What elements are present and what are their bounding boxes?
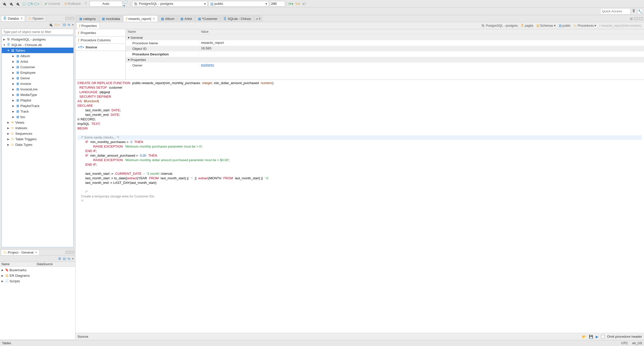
prop-row-procname[interactable]: Procedure Namerewards_report [126,40,644,46]
minimize-button[interactable] [65,17,69,20]
tab-project-general[interactable]: 🗀Project - General✕ [1,250,39,255]
crumb-database[interactable]: 🗄pagila [520,23,534,28]
tree-table[interactable]: ▶▦InvoiceLine [2,86,73,92]
save-icon[interactable]: 💾 [589,335,593,339]
close-icon[interactable]: ✕ [35,251,37,254]
tree-table[interactable]: ▶▦Artist [2,59,73,64]
sql-add-icon[interactable]: ▢+ [34,1,40,7]
new-folder-icon[interactable]: 🗀+ [54,23,60,27]
tree-node-indexes[interactable]: ▶🗀Indexes [2,125,73,131]
omit-header-checkbox[interactable] [601,335,605,338]
status-locale: en_US [632,341,642,345]
nav-source[interactable]: <T>Source [75,44,126,51]
tab-rewards-report[interactable]: frewards_report(✕ [123,15,158,22]
database-tree: ▶🐘PostgreSQL - postgres ▼🗄SQLite - Chino… [2,36,74,247]
editor-link-icon[interactable]: ⊞ [630,17,633,21]
nav-columns[interactable]: fProcedure Columns [75,37,126,44]
tab-database-navigator[interactable]: 🗄Databa✕ [1,16,25,21]
tx-mode-combo[interactable]: Auto [90,1,122,7]
crumb-procedure-name[interactable]: frewards_report(int4,numeric) [598,23,642,28]
perspective-other-icon[interactable]: 🔧 [637,9,642,14]
prop-row-objectid[interactable]: Object ID16,583 [126,46,644,51]
commit-button[interactable]: ✔Commit [43,1,62,6]
tab-artist[interactable]: ▦Artist [178,16,195,22]
tree-conn-sqlite[interactable]: ▼🗄SQLite - Chinook.db [2,42,73,48]
tree-table[interactable]: ▶▦Employee [2,70,73,75]
project-item-scripts[interactable]: ▶📄Scripts [0,278,75,284]
tree-node-tables[interactable]: ▼▤Tables [2,48,73,53]
project-item-bookmarks[interactable]: ▶🔖Bookmarks [0,267,75,273]
plug-add-icon[interactable]: 🔌+ [2,1,7,7]
rollback-button[interactable]: ⟲Rollback [63,1,83,6]
tree-table[interactable]: ▶▦PlaylistTrack [2,103,73,109]
minimize-button[interactable] [65,251,69,254]
tree-node-sequences[interactable]: ▶🗀Sequences [2,131,73,136]
prop-row-owner[interactable]: Ownerpostgres [126,62,644,68]
open-folder-icon[interactable]: 📂 [582,335,586,339]
tab-mockdata[interactable]: ▦mockdata [99,16,123,22]
subtab-properties[interactable]: fProperties [76,22,100,29]
tab-album[interactable]: ▦Album [158,16,177,22]
close-icon[interactable]: ✕ [20,17,23,20]
prop-group-general[interactable]: ▾ General [126,35,644,40]
prop-group-properties[interactable]: ▾ Properties [126,57,644,62]
schema-combo[interactable]: ▥ public▾ [209,1,269,7]
perspective-db-icon[interactable]: 🗄 [631,9,636,14]
crumb-procedures[interactable]: 🗀Procedures ▾ [573,23,597,28]
tx-button[interactable]: T [83,1,88,6]
tree-table[interactable]: ▶▦MediaType [2,92,73,97]
tree-table[interactable]: ▶▦foo [2,114,73,120]
tab-sqlite-chinook[interactable]: 🗄SQLite - Chinoo [221,16,254,22]
tree-node-datatypes[interactable]: ▶🗀Data Types [2,142,73,147]
tab-project[interactable]: 🗀Проект [26,16,46,21]
tree-table[interactable]: ▶▦Genre [2,75,73,81]
tab-category[interactable]: ▦category [76,16,99,22]
project-item-er[interactable]: ▶▧ER Diagrams [0,273,75,278]
sql-recent-icon[interactable]: ▢↻ [28,1,33,7]
quick-access-input[interactable] [600,8,630,14]
new-connection-icon[interactable]: 🔌 [49,23,53,27]
refresh-icon[interactable]: ⟳▾ [288,1,294,7]
crumb-schemas[interactable]: ▥Schemas ▾ [535,23,557,28]
close-icon[interactable]: ✕ [153,17,155,20]
settings-icon[interactable]: ⚙ [58,257,61,261]
tree-table[interactable]: ▶▦Customer [2,64,73,70]
source-editor[interactable]: CREATE OR REPLACE FUNCTION public.reward… [75,80,644,333]
plug-icon[interactable]: 🔌 [8,1,14,7]
tag-icon[interactable]: 🏷 [301,1,307,7]
maximize-button[interactable] [639,17,643,20]
owner-link[interactable]: postgres [201,63,214,67]
compile-icon[interactable]: ▶ [596,335,598,339]
tree-table[interactable]: ▶▦Album [2,53,73,59]
collapse-all-icon[interactable]: ⊟ [63,257,66,261]
view-menu-icon[interactable]: ▾ [72,23,74,27]
sql-new-icon[interactable]: ▢ [21,1,27,7]
tree-node-views[interactable]: ▶👁Views [2,120,73,125]
tree-table[interactable]: ▶▦Invoice [2,81,73,86]
main-toolbar: 🔌+ 🔌 🔌 ▢ ▢↻ ▢+ ✔Commit ⟲Rollback T Auto … [0,0,644,8]
plug-disconnect-icon[interactable]: 🔌 [15,1,20,7]
link-icon[interactable]: ⇆ [67,257,70,261]
collapse-icon[interactable]: ⊟ [63,23,66,27]
tree-table[interactable]: ▶▦Track [2,109,73,114]
tab-customer[interactable]: ▦*Customer [195,16,220,22]
bottom-tab-source[interactable]: Source [77,335,88,338]
tree-conn-postgres[interactable]: ▶🐘PostgreSQL - postgres [2,37,73,42]
minimize-button[interactable] [634,17,638,20]
maximize-button[interactable] [70,251,74,254]
crumb-connection[interactable]: 🐘PostgreSQL - postgres [480,23,519,28]
tree-node-triggers[interactable]: ▶🗀Table Triggers [2,136,73,142]
row-limit-input[interactable] [270,1,285,7]
view-menu-icon[interactable]: ▾ [72,257,74,261]
nav-properties[interactable]: fProperties [75,29,126,37]
link-editor-icon[interactable]: ⇆ [67,23,70,27]
history-dropdown-icon[interactable]: 🕘▾ [123,1,129,7]
tree-table[interactable]: ▶▦Playlist [2,97,73,103]
maximize-button[interactable] [70,17,74,20]
tree-filter-input[interactable] [2,29,74,35]
datasource-combo[interactable]: 🐘 PostgreSQL - postgres▾ [132,1,208,7]
stop-icon[interactable]: ✎▾ [295,1,300,7]
tab-overflow[interactable]: »5 [254,16,262,22]
crumb-schema-public[interactable]: ▥public [558,23,572,28]
prop-row-desc[interactable]: Procedure Description [126,51,644,57]
